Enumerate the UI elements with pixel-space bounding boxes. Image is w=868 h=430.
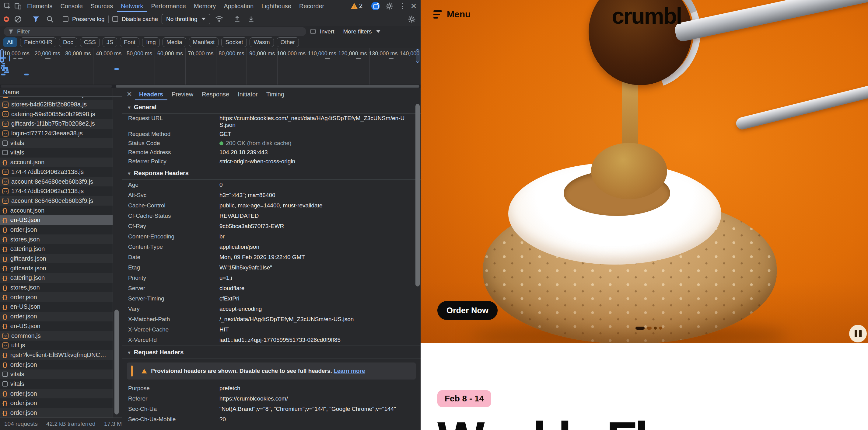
order-now-button[interactable]: Order Now — [437, 301, 498, 320]
scrollbar-thumb[interactable] — [115, 309, 119, 415]
request-row[interactable]: vitals — [0, 379, 113, 389]
requests-name-column-header[interactable]: Name — [0, 88, 122, 97]
overview-splitter[interactable] — [0, 85, 421, 88]
chip-font[interactable]: Font — [120, 37, 140, 47]
invert-checkbox[interactable] — [310, 29, 316, 34]
request-row[interactable]: ‹›util.js — [0, 340, 113, 350]
chip-wasm[interactable]: Wasm — [250, 37, 274, 47]
request-row[interactable]: {}stores.json — [0, 234, 113, 244]
issues-warning-badge[interactable]: 2 — [351, 2, 363, 9]
carousel-dot-active[interactable] — [636, 327, 645, 330]
close-detail-icon[interactable]: ✕ — [124, 90, 135, 98]
response-headers-section-header[interactable]: ▼Response Headers — [122, 166, 421, 180]
tab-network[interactable]: Network — [117, 0, 147, 12]
tab-elements[interactable]: Elements — [23, 0, 56, 12]
request-row[interactable]: {}en-US.json — [0, 322, 113, 331]
detail-tab-headers[interactable]: Headers — [135, 88, 167, 100]
requests-scrollbar[interactable] — [113, 97, 122, 418]
request-row[interactable]: {}order.json — [0, 408, 113, 418]
network-conditions-icon[interactable] — [214, 13, 224, 25]
tab-recorder[interactable]: Recorder — [295, 0, 328, 12]
close-devtools-icon[interactable]: ✕ — [410, 2, 417, 10]
detail-tab-timing[interactable]: Timing — [262, 88, 288, 100]
chip-img[interactable]: Img — [142, 37, 160, 47]
chip-all[interactable]: All — [3, 37, 17, 47]
disable-cache-checkbox[interactable] — [112, 16, 118, 22]
tab-console[interactable]: Console — [56, 0, 87, 12]
request-row[interactable]: {}giftcards.json — [0, 263, 113, 273]
chip-css[interactable]: CSS — [80, 37, 100, 47]
inspect-icon[interactable] — [2, 0, 13, 12]
request-row[interactable]: ‹›login-cf777124f3eeae38.js — [0, 129, 113, 138]
detail-tab-preview[interactable]: Preview — [167, 88, 197, 100]
request-row[interactable]: ‹›174-47ddb934062a3138.js — [0, 167, 113, 177]
clear-network-log-icon[interactable] — [13, 13, 23, 25]
request-row[interactable]: ‹›stores-b4d62f8bf2b8098a.js — [0, 100, 113, 109]
filter-input[interactable] — [17, 28, 302, 35]
site-logo[interactable]: crumbl — [612, 3, 681, 29]
export-har-icon[interactable] — [246, 13, 256, 25]
request-row[interactable]: {}order.json — [0, 398, 113, 408]
request-row[interactable]: {}en-US.json — [0, 215, 113, 225]
request-row[interactable]: {}account.json — [0, 158, 113, 167]
throttling-select[interactable]: No throttling — [162, 14, 210, 24]
tab-lighthouse[interactable]: Lighthouse — [257, 0, 295, 12]
request-row[interactable]: ‹›catering-59e80055e0b29598.js — [0, 109, 113, 119]
request-row[interactable]: {}order.json — [0, 360, 113, 369]
preserve-log-checkbox[interactable] — [63, 16, 68, 22]
carousel-dot[interactable] — [647, 327, 652, 330]
tab-application[interactable]: Application — [220, 0, 257, 12]
request-row[interactable]: {}catering.json — [0, 244, 113, 254]
chip-socket[interactable]: Socket — [221, 37, 247, 47]
network-settings-gear-icon[interactable] — [407, 13, 417, 25]
general-section-header[interactable]: ▼General — [122, 100, 421, 114]
pause-carousel-button[interactable] — [849, 325, 867, 342]
request-row[interactable]: {}rgstr?k=client-ElBW1kvqfmqDNCCA... — [0, 350, 113, 360]
detail-tab-initiator[interactable]: Initiator — [234, 88, 262, 100]
request-row[interactable]: {}order.json — [0, 225, 113, 235]
request-row[interactable]: ‹›174-47ddb934062a3138.js — [0, 187, 113, 196]
filter-field[interactable] — [4, 27, 306, 36]
ai-assistance-icon[interactable] — [371, 2, 380, 10]
chip-media[interactable]: Media — [162, 37, 186, 47]
chip-js[interactable]: JS — [102, 37, 117, 47]
settings-gear-icon[interactable] — [384, 0, 395, 12]
filter-toggle-icon[interactable] — [31, 13, 41, 25]
request-row[interactable]: {}giftcards.json — [0, 254, 113, 264]
request-row[interactable]: ‹›account-8e64680eeb60b3f9.js — [0, 177, 113, 187]
more-filters-button[interactable]: More filters — [343, 28, 372, 35]
request-row[interactable]: ‹›common.js — [0, 331, 113, 340]
chip-manifest[interactable]: Manifest — [189, 37, 219, 47]
kebab-menu-icon[interactable]: ⋮ — [399, 2, 406, 10]
request-row[interactable]: {}en-US.json — [0, 302, 113, 312]
learn-more-link[interactable]: Learn more — [334, 368, 365, 374]
menu-button[interactable]: Menu — [433, 9, 470, 20]
network-overview-timeline[interactable]: 10,000 ms20,000 ms30,000 ms40,000 ms50,0… — [0, 48, 421, 85]
carousel-dot[interactable] — [654, 327, 657, 330]
tab-sources[interactable]: Sources — [87, 0, 117, 12]
carousel-dot[interactable] — [659, 327, 662, 330]
request-row[interactable]: {}catering.json — [0, 273, 113, 283]
device-toolbar-icon[interactable] — [13, 0, 23, 12]
request-row[interactable]: {}order.json — [0, 389, 113, 398]
request-row[interactable]: {}account.json — [0, 206, 113, 215]
request-row[interactable]: vitals — [0, 138, 113, 148]
request-row[interactable]: vitals — [0, 369, 113, 379]
import-har-icon[interactable] — [232, 13, 242, 25]
detail-tab-response[interactable]: Response — [197, 88, 234, 100]
request-row[interactable]: {}order.json — [0, 292, 113, 302]
chip-doc[interactable]: Doc — [59, 37, 77, 47]
detail-scrollbar-thumb[interactable] — [415, 104, 420, 287]
tab-memory[interactable]: Memory — [190, 0, 220, 12]
request-row[interactable]: ‹›account-8e64680eeb60b3f9.js — [0, 196, 113, 206]
request-row[interactable]: {}order.json — [0, 312, 113, 322]
search-icon[interactable] — [45, 13, 55, 25]
request-headers-section-header[interactable]: ▼Request Headers — [122, 345, 421, 359]
record-network-log-icon[interactable] — [4, 16, 9, 22]
tab-performance[interactable]: Performance — [147, 0, 190, 12]
request-row[interactable]: {}stores.json — [0, 283, 113, 293]
chip-other[interactable]: Other — [277, 37, 299, 47]
request-row[interactable]: ‹›9946-436d2773663c6b67.js — [0, 97, 113, 100]
chip-fetchxhr[interactable]: Fetch/XHR — [20, 37, 56, 47]
request-row[interactable]: ‹›giftcards-1f1bb75b7b0208e2.js — [0, 119, 113, 129]
